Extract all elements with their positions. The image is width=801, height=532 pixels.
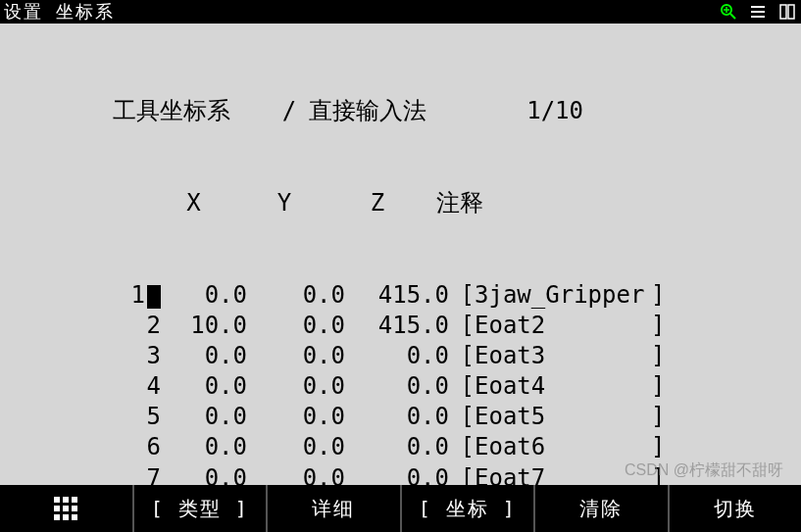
column-header-x: X [147,188,240,218]
column-header-y: Y [240,188,328,218]
cell-note: Eoat3 [475,341,651,371]
row-index: 3 [20,341,167,371]
clear-button[interactable]: 清除 [535,485,670,532]
svg-line-1 [730,14,735,19]
bracket-close: ] [651,402,671,432]
cell-y: 0.0 [247,311,345,341]
column-header-note: 注释 [426,188,525,218]
cell-note: Eoat4 [475,371,651,402]
zoom-in-icon[interactable] [719,2,738,22]
bottom-bar: [ 类型 ] 详细 [ 坐标 ] 清除 切换 [0,485,801,532]
cell-note: Eoat5 [475,402,651,432]
cell-x: 0.0 [167,341,247,371]
watermark: CSDN @柠檬甜不甜呀 [625,460,783,481]
type-button[interactable]: [ 类型 ] [134,485,269,532]
svg-rect-7 [780,5,786,19]
column-header-z: Z [328,188,426,218]
switch-button[interactable]: 切换 [670,485,802,532]
cell-z: 0.0 [345,341,449,371]
cell-x: 10.0 [167,311,247,341]
panel-icon[interactable] [777,2,797,22]
table-row[interactable]: 60.00.00.0[Eoat6] [20,432,781,462]
bracket-close: ] [651,311,671,341]
cell-y: 0.0 [247,341,345,371]
titlebar-text: 设置 坐标系 [4,0,719,24]
page-counter: 1/10 [485,96,583,126]
bracket-open: [ [449,311,475,341]
cell-y: 0.0 [247,280,345,311]
bracket-open: [ [449,280,475,311]
cell-x: 0.0 [167,371,247,402]
cell-note: 3jaw_Gripper [475,280,651,311]
cell-note: Eoat6 [475,432,651,462]
row-index: 5 [20,402,167,432]
cell-note: Eoat2 [475,311,651,341]
bracket-close: ] [651,371,671,402]
bracket-open: [ [449,432,475,462]
column-header-row: X Y Z 注释 [147,188,781,218]
cell-z: 415.0 [345,280,449,311]
heading-title: 工具坐标系 [113,96,270,126]
content-area: 工具坐标系 / 直接输入法 1/10 X Y Z 注释 10.00.0415.0… [0,24,801,532]
cell-x: 0.0 [167,432,247,462]
table-row[interactable]: 40.00.00.0[Eoat4] [20,371,781,402]
bracket-close: ] [651,432,671,462]
coord-button[interactable]: [ 坐标 ] [402,485,536,532]
heading-slash: / [270,96,309,126]
bracket-open: [ [449,371,475,402]
row-index: 1 [20,280,167,311]
cursor-icon [147,285,161,309]
row-index: 4 [20,371,167,402]
svg-rect-8 [788,5,794,19]
menu-icon[interactable] [748,2,768,22]
cell-z: 0.0 [345,432,449,462]
heading-row: 工具坐标系 / 直接输入法 1/10 [113,96,781,126]
table-row[interactable]: 50.00.00.0[Eoat5] [20,402,781,432]
apps-button[interactable] [0,485,134,532]
cell-y: 0.0 [247,371,345,402]
bracket-open: [ [449,402,475,432]
table-row[interactable]: 10.00.0415.0[3jaw_Gripper] [20,280,781,311]
cell-x: 0.0 [167,280,247,311]
cell-z: 415.0 [345,311,449,341]
titlebar-icons [719,2,797,22]
cell-y: 0.0 [247,432,345,462]
titlebar: 设置 坐标系 [0,0,801,24]
row-index: 2 [20,311,167,341]
row-index: 6 [20,432,167,462]
cell-y: 0.0 [247,402,345,432]
cell-x: 0.0 [167,402,247,432]
detail-button[interactable]: 详细 [268,485,402,532]
cell-z: 0.0 [345,371,449,402]
apps-icon [54,497,77,520]
heading-method: 直接输入法 [309,96,485,126]
bracket-close: ] [651,341,671,371]
cell-z: 0.0 [345,402,449,432]
table-row[interactable]: 210.00.0415.0[Eoat2] [20,311,781,341]
table-row[interactable]: 30.00.00.0[Eoat3] [20,341,781,371]
bracket-open: [ [449,341,475,371]
bracket-close: ] [651,280,671,311]
